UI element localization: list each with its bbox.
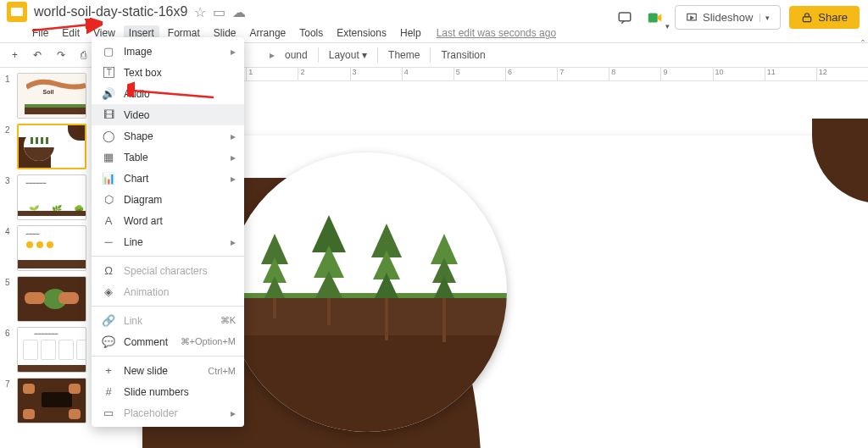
svg-rect-1: [648, 13, 658, 22]
slide-circle-illustration: [227, 152, 507, 432]
audio-icon: 🔊: [102, 87, 115, 100]
dd-link: 🔗Link⌘K: [92, 310, 244, 331]
dd-comment[interactable]: 💬Comment⌘+Option+M: [92, 331, 244, 352]
dd-table[interactable]: ▦Table▸: [92, 147, 244, 168]
layout-button[interactable]: Layout ▾: [324, 47, 372, 64]
video-icon: 🎞: [102, 108, 115, 121]
slide-thumb-5[interactable]: [17, 276, 86, 322]
dd-placeholder: ▭Placeholder▸: [92, 402, 244, 423]
comment-icon: 💬: [102, 335, 115, 348]
new-slide-plus-icon: +: [102, 364, 115, 377]
slide-thumb-3[interactable]: ▬▬▬▬▬▬ 🌱🌿🌳: [17, 174, 86, 220]
textbox-icon: 🅃: [102, 66, 115, 79]
diagram-icon: ⬡: [102, 193, 115, 206]
annotation-arrow-video: [127, 80, 220, 106]
link-icon: 🔗: [102, 314, 115, 327]
menu-tools[interactable]: Tools: [294, 25, 328, 41]
menu-help[interactable]: Help: [395, 25, 426, 41]
slide-thumb-2[interactable]: [17, 124, 86, 169]
svg-rect-0: [619, 13, 631, 21]
thumb-number: 3: [5, 176, 10, 185]
wordart-icon: A: [102, 214, 115, 227]
dd-wordart[interactable]: AWord art: [92, 210, 244, 231]
background-button[interactable]: ound: [280, 47, 313, 64]
dd-special-chars: ΩSpecial characters: [92, 260, 244, 281]
print-icon[interactable]: ⎙: [75, 47, 92, 64]
table-icon: ▦: [102, 151, 115, 163]
dd-diagram[interactable]: ⬡Diagram: [92, 189, 244, 210]
new-slide-icon[interactable]: +: [7, 47, 23, 64]
animation-icon: ◈: [102, 285, 115, 298]
thumb-number: 1: [5, 75, 10, 84]
svg-rect-3: [804, 16, 811, 21]
slideshow-label: Slideshow: [703, 11, 753, 24]
svg-line-7: [132, 91, 214, 97]
slide-decor-corner: [812, 119, 868, 203]
slide-thumb-7[interactable]: [17, 378, 86, 423]
slide-panel: 1 Soil 2 3: [0, 68, 92, 448]
special-chars-icon: Ω: [102, 264, 115, 277]
transition-button[interactable]: Transition: [436, 47, 490, 64]
slide-thumb-6[interactable]: ▬▬▬▬▬▬▬: [17, 327, 86, 373]
share-label: Share: [818, 11, 848, 24]
annotation-arrow-insert: [25, 0, 110, 34]
menu-arrange[interactable]: Arrange: [245, 25, 292, 41]
meet-icon[interactable]: ▾: [644, 7, 666, 29]
thumb-number: 6: [5, 329, 10, 338]
collapse-icon[interactable]: ˆ: [861, 39, 865, 51]
cloud-icon[interactable]: ☁: [232, 4, 246, 20]
theme-button[interactable]: Theme: [383, 47, 425, 64]
dd-video[interactable]: 🎞Video: [92, 104, 244, 125]
slide-thumb-1[interactable]: Soil: [17, 73, 86, 119]
dd-new-slide[interactable]: +New slideCtrl+M: [92, 360, 244, 381]
move-icon[interactable]: ▭: [213, 4, 225, 20]
slide-numbers-icon: #: [102, 385, 115, 398]
line-icon: ─: [102, 235, 115, 248]
svg-line-5: [32, 24, 98, 30]
dd-shape[interactable]: ◯Shape▸: [92, 125, 244, 147]
dd-image[interactable]: ▢Image▸: [92, 41, 244, 62]
thumb-number: 2: [5, 125, 10, 135]
dd-animation: ◈Animation: [92, 281, 244, 302]
comment-history-icon[interactable]: [614, 7, 636, 29]
star-icon[interactable]: ☆: [194, 4, 206, 20]
shape-icon: ◯: [102, 130, 115, 142]
menu-extensions[interactable]: Extensions: [331, 25, 392, 41]
image-icon: ▢: [102, 45, 115, 58]
thumb-number: 7: [5, 379, 10, 389]
placeholder-icon: ▭: [102, 407, 115, 419]
dd-line[interactable]: ─Line▸: [92, 231, 244, 252]
slides-logo[interactable]: [7, 2, 27, 22]
last-edit-text[interactable]: Last edit was seconds ago: [437, 27, 556, 39]
slideshow-button[interactable]: Slideshow ▾: [675, 5, 781, 30]
chart-icon: 📊: [102, 172, 115, 185]
slide-thumb-4[interactable]: ▬▬▬▬: [17, 225, 86, 271]
top-right-actions: ▾ Slideshow ▾ Share: [614, 5, 860, 30]
dd-chart[interactable]: 📊Chart▸: [92, 168, 244, 189]
dd-slide-numbers[interactable]: #Slide numbers: [92, 381, 244, 402]
share-button[interactable]: Share: [789, 6, 860, 29]
redo-icon[interactable]: ↷: [52, 47, 70, 64]
thumb-number: 4: [5, 227, 10, 236]
thumb-number: 5: [5, 278, 10, 287]
undo-icon[interactable]: ↶: [28, 47, 47, 64]
slide-canvas[interactable]: [142, 136, 868, 448]
